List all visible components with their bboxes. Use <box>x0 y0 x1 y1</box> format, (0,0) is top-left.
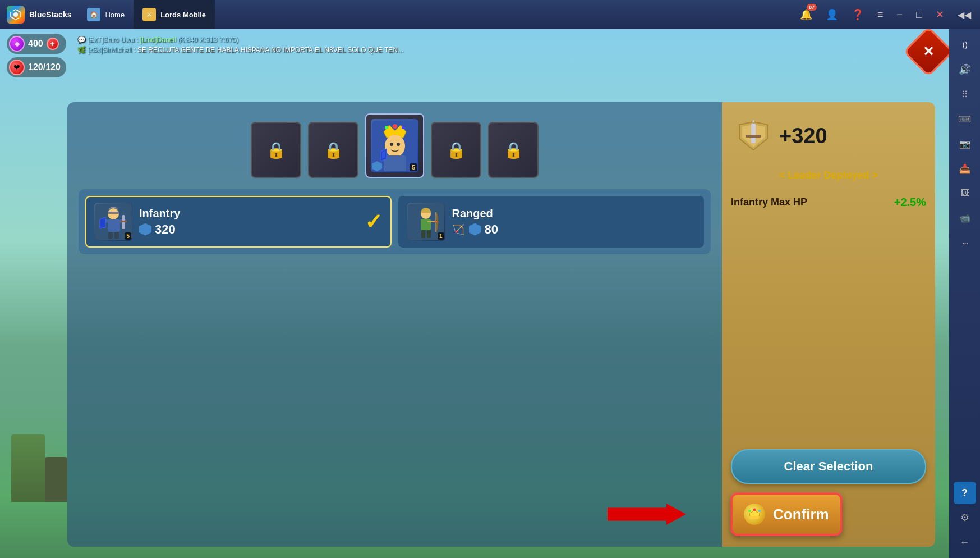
ranged-stats: 🏹 80 <box>452 222 696 237</box>
stat-value-1: +2.5% <box>894 196 926 209</box>
stat-row-1: Infantry Max HP +2.5% <box>731 193 926 212</box>
svg-point-11 <box>385 126 388 129</box>
stats-spacer <box>731 221 926 440</box>
chat-messages: 💬 [ExT]Shiro Uwu : [Lmd]Daneil (K:840 X:… <box>77 34 403 54</box>
account-button[interactable]: 👤 <box>821 6 843 23</box>
arrow-shape <box>608 504 686 525</box>
svg-rect-44 <box>750 516 759 519</box>
svg-rect-14 <box>384 155 406 171</box>
game-tab-icon: ⚔ <box>142 8 156 21</box>
close-button[interactable]: ✕ <box>931 6 949 23</box>
svg-point-45 <box>753 509 756 511</box>
notification-bell[interactable]: 🔔 87 <box>795 6 817 23</box>
confirm-btn-wrapper: Confirm <box>731 493 926 536</box>
lock-icon-4: 🔒 <box>447 141 466 159</box>
chat-player-2: [xSx]SirMichell <box>88 46 132 54</box>
gem-icon <box>9 36 25 52</box>
svg-rect-32 <box>421 219 431 230</box>
leader-deployed-section: < Leader Deployed > <box>731 167 926 184</box>
right-sidebar: ⟨⟩ 🔊 ⠿ ⌨ 📷 📥 🖼 📹 ··· ? ⚙ ← <box>949 29 980 558</box>
infantry-portrait: 5 <box>94 203 132 241</box>
lock-icon-2: 🔒 <box>324 141 343 159</box>
titlebar: BlueStacks 🏠 Home ⚔ Lords Mobile 🔔 87 👤 … <box>0 0 980 29</box>
infantry-shield-icon <box>139 223 151 236</box>
sidebar-download-button[interactable]: 📥 <box>954 157 976 180</box>
stats-panel: +320 < Leader Deployed > Infantry Max HP… <box>722 102 935 547</box>
troop-selection: 5 Infantry 320 ✓ <box>79 189 711 254</box>
ranged-bow-icon: 🏹 <box>452 223 464 236</box>
hero-slots: 🔒 🔒 <box>79 113 711 178</box>
infantry-selected-checkmark: ✓ <box>365 209 383 234</box>
infantry-name: Infantry <box>139 207 358 220</box>
back-button[interactable]: ◀◀ <box>953 7 976 22</box>
red-arrow-indicator <box>608 504 686 525</box>
svg-rect-40 <box>751 124 756 143</box>
sidebar-expand-button[interactable]: ⟨⟩ <box>954 34 976 56</box>
minimize-button[interactable]: − <box>892 7 908 23</box>
hud-resources: 400 + ❤ 120/120 <box>7 34 66 77</box>
sidebar-dots-button[interactable]: ··· <box>954 231 976 254</box>
svg-rect-21 <box>108 212 119 214</box>
svg-rect-28 <box>108 232 113 239</box>
lock-icon-5: 🔒 <box>504 141 523 159</box>
maximize-button[interactable]: □ <box>912 7 927 23</box>
sidebar-settings-button[interactable]: ⚙ <box>954 506 976 529</box>
sidebar-sound-button[interactable]: 🔊 <box>954 58 976 81</box>
game-tab[interactable]: ⚔ Lords Mobile <box>134 0 215 29</box>
svg-marker-42 <box>752 120 754 122</box>
infantry-card[interactable]: 5 Infantry 320 ✓ <box>85 196 392 248</box>
confirm-crown-icon <box>744 504 765 525</box>
svg-point-17 <box>390 143 393 146</box>
help-button[interactable]: ❓ <box>847 6 868 23</box>
chat-guild-1: [Lmd]Daneil <box>140 36 176 44</box>
svg-point-10 <box>393 124 397 129</box>
svg-point-18 <box>397 143 400 146</box>
add-gems-button[interactable]: + <box>47 38 59 50</box>
sidebar-keyboard-button[interactable]: ⌨ <box>954 108 976 130</box>
gems-value: 400 <box>28 39 43 49</box>
svg-point-47 <box>748 510 751 512</box>
hero-portrait-leader: 5 <box>371 119 418 172</box>
sidebar-help-button[interactable]: ? <box>954 482 976 504</box>
sidebar-camera-button[interactable]: 📷 <box>954 132 976 155</box>
sidebar-record-button[interactable]: 📹 <box>954 207 976 229</box>
sidebar-back-button[interactable]: ← <box>954 531 976 554</box>
confirm-button[interactable]: Confirm <box>731 493 842 536</box>
clear-selection-button[interactable]: Clear Selection <box>731 449 926 484</box>
hero-section: 🔒 🔒 <box>67 102 722 547</box>
sidebar-grid-button[interactable]: ⠿ <box>954 83 976 106</box>
hero-slot-2[interactable]: 🔒 <box>308 122 358 178</box>
chat-player-1: [ExT]Shiro Uwu <box>88 36 134 44</box>
svg-rect-26 <box>120 221 127 222</box>
confirm-label: Confirm <box>773 506 829 523</box>
game-area: 400 + ❤ 120/120 💬 [ExT]Shiro Uwu : [Lmd]… <box>0 29 980 558</box>
svg-point-12 <box>402 126 405 129</box>
chat-content-2: : SE RECLUTA GENTE DE HABLA HISPANA NO I… <box>134 46 403 54</box>
hero-slot-5[interactable]: 🔒 <box>488 122 539 178</box>
main-panel: 🔒 🔒 <box>67 102 935 547</box>
hero-slot-1[interactable]: 🔒 <box>251 122 301 178</box>
lock-icon-1: 🔒 <box>266 141 286 159</box>
infantry-level: 5 <box>125 232 131 240</box>
health-resource: ❤ 120/120 <box>7 57 66 77</box>
home-tab[interactable]: 🏠 Home <box>78 0 134 29</box>
ranged-card[interactable]: 1 Ranged 🏹 80 <box>398 196 705 248</box>
app-name: BlueStacks <box>29 10 71 19</box>
menu-button[interactable]: ≡ <box>873 7 888 23</box>
stat-name-1: Infantry Max HP <box>731 196 807 208</box>
sidebar-screenshot-button[interactable]: 🖼 <box>954 182 976 204</box>
notification-badge: 87 <box>807 4 817 11</box>
hero-slot-4[interactable]: 🔒 <box>431 122 481 178</box>
ranged-portrait: 1 <box>407 203 445 241</box>
infantry-info: Infantry 320 <box>139 207 358 237</box>
svg-rect-37 <box>427 230 431 238</box>
ranged-count: 80 <box>485 222 498 237</box>
ranged-level: 1 <box>438 232 444 240</box>
svg-point-13 <box>385 135 405 157</box>
infantry-count: 320 <box>155 222 176 237</box>
titlebar-controls: 🔔 87 👤 ❓ ≡ − □ ✕ ◀◀ <box>795 6 980 23</box>
health-value: 120/120 <box>28 62 61 72</box>
hero-slot-leader[interactable]: 5 <box>365 113 424 178</box>
ranged-name: Ranged <box>452 207 696 220</box>
bluestacks-icon <box>7 6 25 24</box>
